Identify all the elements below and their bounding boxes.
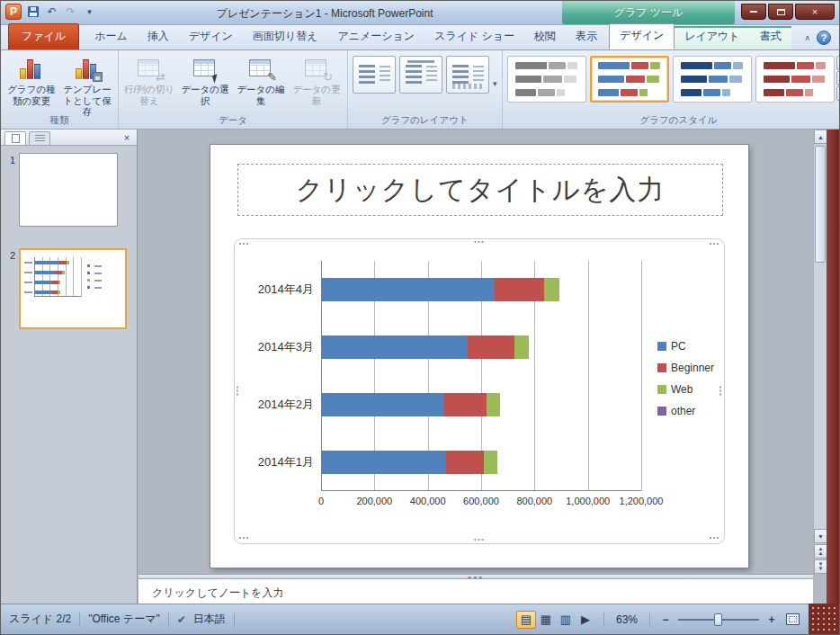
notes-pane[interactable]: クリックしてノートを入力 [139, 579, 813, 605]
bar-segment-PC[interactable] [34, 291, 52, 294]
resize-grip[interactable] [809, 604, 839, 634]
chart-handle-bottom-left[interactable] [238, 536, 250, 541]
bar-segment-PC[interactable] [321, 451, 446, 474]
bar-segment-Beginner[interactable] [468, 335, 514, 359]
chart-layout-option-3[interactable] [446, 56, 489, 94]
tab-view[interactable]: 表示 [566, 24, 607, 49]
bar-segment-PC[interactable] [321, 393, 444, 416]
slide-editor-area[interactable]: クリックしてタイトルを入力 2014年4月2014年3月2014年2月2014年… [139, 130, 815, 574]
bar-segment-Beginner[interactable] [495, 278, 544, 301]
fit-to-window-icon[interactable] [786, 613, 800, 625]
zoom-out-icon[interactable]: − [658, 613, 673, 626]
bar-segment-PC[interactable] [34, 281, 52, 284]
bar-segment-Web[interactable] [58, 281, 60, 284]
maximize-button[interactable] [768, 4, 793, 20]
view-normal-button[interactable]: ▤ [516, 611, 536, 629]
bar-segment-PC[interactable] [34, 271, 56, 274]
title-placeholder[interactable]: クリックしてタイトルを入力 [237, 164, 723, 216]
legend-item[interactable] [87, 264, 102, 267]
vertical-scrollbar[interactable]: ▲ ▼ ▲▲ ▼▼ [813, 130, 827, 574]
chart-handle-right[interactable] [719, 386, 723, 398]
tab-slides-thumbnails[interactable] [4, 131, 26, 145]
bar-segment-Beginner[interactable] [444, 393, 487, 416]
tab-review[interactable]: 校閲 [524, 24, 566, 49]
scrollbar-thumb[interactable] [815, 146, 826, 263]
chart-handle-left[interactable] [236, 386, 240, 398]
stacked-bar-chart[interactable]: 2014年4月2014年3月2014年2月2014年1月0200,000400,… [242, 246, 717, 536]
save-icon[interactable] [25, 4, 40, 20]
next-slide-button[interactable]: ▼▼ [814, 559, 827, 574]
styles-more-icon[interactable]: ▾ [836, 86, 840, 101]
legend-item[interactable]: PC [657, 340, 714, 353]
bar-segment-Web[interactable] [487, 393, 500, 416]
slide-1-item[interactable]: 1 [1, 153, 137, 227]
minimize-ribbon-icon[interactable]: ∧ [804, 33, 810, 42]
slide-canvas[interactable]: クリックしてタイトルを入力 2014年4月2014年3月2014年2月2014年… [210, 145, 748, 568]
chart-layouts-more-icon[interactable]: ▾ [493, 79, 497, 88]
tab-chart-design[interactable]: デザイン [609, 23, 675, 49]
previous-slide-button[interactable]: ▲▲ [814, 544, 827, 559]
tab-outline[interactable] [29, 131, 50, 145]
chart-style-option-2-selected[interactable] [590, 56, 669, 103]
bar-segment-Web[interactable] [58, 291, 59, 294]
legend-item[interactable] [87, 272, 102, 274]
tab-chart-layout[interactable]: レイアウト [675, 24, 749, 49]
close-panel-icon[interactable]: × [121, 132, 133, 143]
chart-layout-option-2[interactable] [399, 56, 442, 94]
chart-style-option-3[interactable] [673, 56, 752, 103]
bar-segment-Beginner[interactable] [446, 451, 484, 474]
save-as-template-button[interactable]: テンプレートとして保存 [59, 53, 115, 118]
bar-segment-Beginner[interactable] [52, 281, 58, 284]
bar-segment-Web[interactable] [484, 451, 497, 474]
tab-transitions[interactable]: 画面切り替え [243, 24, 328, 49]
zoom-slider-thumb[interactable] [714, 613, 722, 626]
zoom-in-icon[interactable]: + [764, 613, 779, 626]
view-slideshow-button[interactable]: ▶ [576, 611, 595, 629]
titlebar[interactable]: P ↶ ↷ ▾ プレゼンテーション1 - Microsoft PowerPoin… [1, 1, 839, 25]
legend-item[interactable]: Beginner [657, 362, 714, 374]
change-chart-type-button[interactable]: グラフの種類の変更 [4, 53, 59, 106]
minimize-button[interactable] [741, 4, 766, 20]
slide-2-item[interactable]: 2 [1, 248, 137, 329]
bar-segment-Web[interactable] [67, 261, 69, 264]
chart-handle-bottom[interactable] [474, 538, 486, 542]
bar-segment-Beginner[interactable] [59, 261, 67, 264]
legend-item[interactable] [87, 286, 102, 289]
notes-placeholder[interactable]: クリックしてノートを入力 [139, 579, 813, 601]
language-indicator[interactable]: 日本語 [193, 612, 226, 627]
tab-chart-format[interactable]: 書式 [750, 24, 791, 49]
view-reading-button[interactable]: ▥ [556, 611, 576, 629]
chart-style-option-1[interactable] [507, 56, 586, 103]
spellcheck-icon[interactable]: ✔ [177, 613, 186, 626]
close-button[interactable]: × [795, 4, 835, 20]
zoom-level[interactable]: 63% [616, 613, 638, 626]
scroll-down-icon[interactable]: ▼ [814, 529, 827, 543]
tab-animations[interactable]: アニメーション [327, 24, 424, 49]
view-slide-sorter-button[interactable]: ▦ [536, 611, 556, 629]
slide-2-thumbnail[interactable] [19, 248, 127, 329]
chart-handle-bottom-right[interactable] [709, 536, 720, 541]
styles-scroll-up-icon[interactable]: ▲ [836, 56, 840, 70]
chart-style-option-4[interactable] [755, 56, 835, 103]
bar-segment-PC[interactable] [34, 261, 59, 264]
chart-layout-option-1[interactable] [353, 56, 396, 94]
legend-item[interactable]: other [657, 405, 714, 417]
tab-slideshow[interactable]: スライド ショー [424, 24, 524, 49]
slide-1-thumbnail[interactable] [19, 153, 118, 227]
bar-segment-PC[interactable] [321, 278, 495, 301]
edit-data-button[interactable]: ✎ データの編集 [233, 53, 289, 106]
scroll-up-icon[interactable]: ▲ [814, 130, 827, 144]
bar-segment-Beginner[interactable] [56, 271, 63, 274]
styles-scroll-down-icon[interactable]: ▼ [836, 71, 840, 85]
bar-segment-Web[interactable] [514, 335, 529, 359]
help-icon[interactable]: ? [817, 31, 831, 45]
chart-object-frame[interactable]: 2014年4月2014年3月2014年2月2014年1月0200,000400,… [234, 238, 725, 544]
legend-item[interactable] [87, 279, 102, 282]
chart-handle-top[interactable] [474, 240, 486, 245]
tab-design[interactable]: デザイン [179, 24, 243, 49]
legend-item[interactable]: Web [657, 383, 714, 396]
tab-file[interactable]: ファイル [8, 23, 79, 49]
chart-plot-container[interactable]: 2014年4月2014年3月2014年2月2014年1月0200,000400,… [242, 246, 717, 536]
undo-icon[interactable]: ↶ [44, 4, 59, 20]
zoom-slider[interactable] [678, 619, 759, 621]
